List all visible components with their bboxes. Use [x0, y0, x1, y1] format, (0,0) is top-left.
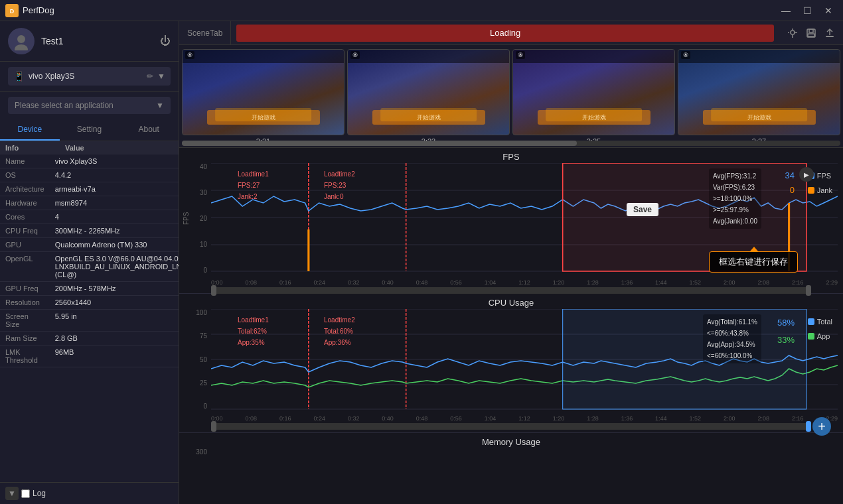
- log-label: Log: [33, 489, 46, 498]
- scene-tab[interactable]: SceneTab: [179, 21, 231, 44]
- titlebar: D PerfDog — ☐ ✕: [0, 0, 843, 21]
- loading-bar: Loading: [236, 25, 774, 42]
- screenshot-img-3: ⑧ 开始游戏: [512, 49, 675, 135]
- cpu-scrollbar-left-handle[interactable]: [211, 421, 216, 432]
- svg-point-3: [15, 44, 28, 50]
- svg-rect-26: [563, 309, 806, 409]
- cn-tooltip: 框选右键进行保存: [709, 251, 798, 273]
- device-info-panel: Info Value Namevivo Xplay3SOS4.4.2Archit…: [0, 141, 179, 482]
- edit-icon[interactable]: ✏: [147, 72, 153, 81]
- screenshot-3[interactable]: ⑧ 开始游戏 2:25: [512, 49, 675, 147]
- svg-rect-8: [826, 36, 834, 37]
- table-row: OS4.4.2: [0, 168, 179, 182]
- fps-loadtime2-label: Loadtime2 FPS:23 Jank:0: [324, 168, 355, 202]
- fps-y-20: 20: [200, 215, 207, 222]
- cpu-y-100: 100: [196, 309, 207, 316]
- info-col-header: Info: [5, 144, 65, 152]
- screenshot-img-1: ⑧ 开始游戏: [182, 49, 345, 135]
- cpu-scrollbar-right-handle[interactable]: [806, 421, 811, 432]
- log-checkbox[interactable]: [21, 489, 30, 498]
- value-col-header: Value: [65, 144, 84, 152]
- fps-x-axis: 0:000:080:160:240:320:400:480:561:041:12…: [211, 279, 838, 286]
- fps-stats: Avg(FPS):31.2 Var(FPS):6.23 >=18:100.0% …: [709, 168, 761, 229]
- minimize-button[interactable]: —: [777, 3, 795, 19]
- table-row: OpenGLOpenGL ES 3.0 V@66.0 AU@04.04.02.0…: [0, 252, 179, 282]
- play-button[interactable]: ▶: [799, 167, 814, 182]
- tab-device[interactable]: Device: [0, 119, 60, 141]
- screenshots-scrollbar-thumb[interactable]: [182, 141, 577, 146]
- cpu-loadtime1-label: Loadtime1 Total:62% App:35%: [238, 314, 269, 348]
- svg-rect-6: [809, 29, 813, 32]
- location-icon[interactable]: [785, 25, 801, 41]
- cpu-x-axis: 0:000:080:160:240:320:400:480:561:041:12…: [211, 415, 838, 422]
- cpu-legend-app: App: [808, 329, 832, 344]
- tab-setting[interactable]: Setting: [60, 119, 119, 141]
- fps-current-values: 34 0: [785, 168, 795, 198]
- save-tooltip: Save: [627, 203, 658, 216]
- device-section: 📱 vivo Xplay3S ✏ ▼: [0, 62, 179, 92]
- cpu-y-25: 25: [200, 379, 207, 387]
- screenshot-img-4: ⑧ 开始游戏: [678, 49, 840, 135]
- table-row: GPU Freq200MHz - 578MHz: [0, 282, 179, 296]
- table-row: Resolution2560x1440: [0, 296, 179, 310]
- loading-bar-container: Loading: [231, 21, 779, 44]
- loading-text: Loading: [490, 28, 520, 38]
- screenshot-4[interactable]: ⑧ 开始游戏 2:27: [678, 49, 840, 147]
- table-row: Cores4: [0, 210, 179, 224]
- table-row: Namevivo Xplay3S: [0, 155, 179, 168]
- close-button[interactable]: ✕: [819, 3, 838, 19]
- screenshot-2[interactable]: ⑧ 开始游戏 2:23: [347, 49, 510, 147]
- main-layout: Test1 ⏻ 📱 vivo Xplay3S ✏ ▼ Please select…: [0, 21, 843, 504]
- svg-text:D: D: [10, 8, 15, 15]
- table-row: Architecturearmeabi-v7a: [0, 182, 179, 196]
- app-selector-arrow-icon: ▼: [156, 101, 164, 110]
- main-content: SceneTab Loading: [179, 21, 843, 504]
- fps-y-40: 40: [200, 163, 207, 170]
- tab-about[interactable]: About: [119, 119, 179, 141]
- fps-y-0: 0: [203, 267, 207, 274]
- user-section: Test1 ⏻: [0, 21, 179, 62]
- memory-chart-title: Memory Usage: [179, 433, 843, 448]
- fps-loadtime1-label: Loadtime1 FPS:27 Jank:2: [238, 168, 269, 202]
- table-row: Hardwaremsm8974: [0, 196, 179, 210]
- device-selector[interactable]: 📱 vivo Xplay3S ✏ ▼: [8, 67, 171, 86]
- svg-point-4: [791, 31, 795, 34]
- table-row: Ram Size2.8 GB: [0, 332, 179, 346]
- cpu-chart-title: CPU Usage: [179, 294, 843, 309]
- power-button[interactable]: ⏻: [160, 35, 171, 47]
- fps-y-10: 10: [200, 241, 207, 248]
- app-logo: D: [5, 4, 19, 17]
- device-name-label: vivo Xplay3S: [29, 72, 143, 81]
- maximize-button[interactable]: ☐: [798, 3, 816, 19]
- cpu-scrollbar[interactable]: +: [211, 423, 811, 430]
- sidebar-tabs: Device Setting About: [0, 119, 179, 141]
- info-table-header: Info Value: [0, 141, 179, 155]
- cpu-chart-section: CPU Usage 100 75 50 25 0: [179, 294, 843, 433]
- screenshots-scrollbar[interactable]: [182, 141, 840, 146]
- titlebar-left: D PerfDog: [5, 4, 54, 17]
- cpu-stats: Avg(Total):61.1% <=60%:43.8% Avg(App):34…: [703, 314, 761, 363]
- cpu-current-values: 58% 33%: [777, 314, 795, 349]
- info-table: Namevivo Xplay3SOS4.4.2Architecturearmea…: [0, 155, 179, 367]
- upload-icon[interactable]: [822, 25, 838, 41]
- fps-chart-title: FPS: [179, 148, 843, 163]
- charts-container: FPS 40 30 20 10 0 FPS: [179, 148, 843, 504]
- window-controls: — ☐ ✕: [777, 3, 838, 19]
- fps-scrollbar[interactable]: [211, 287, 811, 294]
- app-title: PerfDog: [23, 5, 54, 15]
- table-row: CPU Freq300MHz - 2265MHz: [0, 224, 179, 238]
- screenshot-img-2: ⑧ 开始游戏: [347, 49, 510, 135]
- svg-rect-7: [808, 34, 814, 36]
- cpu-y-0: 0: [203, 403, 207, 410]
- scroll-down-button[interactable]: ▼: [5, 487, 19, 500]
- device-dropdown-icon[interactable]: ▼: [157, 72, 165, 81]
- memory-y-300: 300: [196, 448, 207, 456]
- screenshot-1[interactable]: ⑧ 开始游戏 2:21: [182, 49, 345, 147]
- username-label: Test1: [41, 36, 153, 46]
- table-row: GPUQualcomm Adreno (TM) 330: [0, 238, 179, 252]
- cpu-y-50: 50: [200, 356, 207, 363]
- screenshots-strip: ⑧ 开始游戏 2:21 ⑧ 开始游戏 2:23 ⑧ 开始游戏 2:25: [179, 45, 843, 148]
- app-selector[interactable]: Please select an application ▼: [8, 97, 171, 114]
- save-icon[interactable]: [803, 25, 819, 41]
- fps-legend-jank: Jank: [808, 183, 832, 198]
